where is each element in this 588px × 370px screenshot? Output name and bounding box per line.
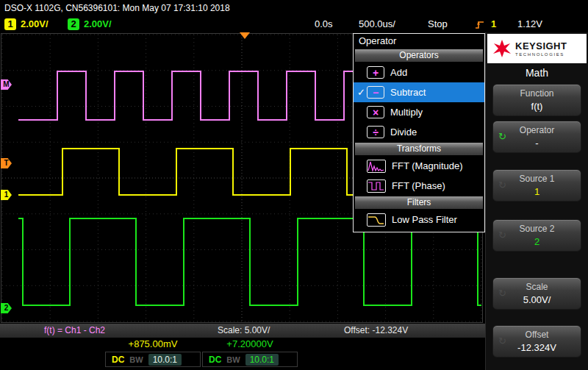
ch1-measurement: +875.00mV bbox=[105, 338, 201, 349]
softkey-operator[interactable]: ↻ Operator - bbox=[492, 121, 581, 153]
time-reference-marker bbox=[240, 32, 250, 39]
ch1-bandwidth: BW bbox=[129, 355, 143, 364]
ch2-measurement: +7.20000V bbox=[202, 338, 298, 349]
checkmark-icon: ✓ bbox=[357, 87, 367, 98]
softkey-offset[interactable]: ↻ Offset -12.324V bbox=[492, 325, 581, 357]
cycle-icon: ↻ bbox=[498, 131, 506, 142]
softkey-value: - bbox=[535, 138, 538, 149]
menu-title: Operator bbox=[354, 34, 484, 49]
menu-item-label: Low Pass Filter bbox=[392, 214, 457, 225]
menu-page-title: Math bbox=[486, 65, 588, 81]
keysight-logo: KEYSIGHT TECHNOLOGIES bbox=[487, 34, 587, 63]
brand-name: KEYSIGHT bbox=[515, 41, 567, 51]
acquisition-state: Stop bbox=[428, 18, 448, 29]
operator-menu: Operator Operators + Add ✓ − Subtract × … bbox=[353, 33, 485, 232]
multiply-icon: × bbox=[367, 106, 384, 118]
ch1-badge[interactable]: 1 bbox=[4, 18, 16, 30]
menu-item-label: Multiply bbox=[390, 107, 423, 118]
subtract-icon: − bbox=[367, 86, 384, 99]
softkey-label: Source 2 bbox=[519, 224, 554, 234]
trigger-edge-icon bbox=[475, 19, 485, 30]
softkey-source2[interactable]: ↻ Source 2 2 bbox=[492, 219, 581, 252]
fft-phase-icon bbox=[367, 179, 386, 193]
ch1-probe-ratio: 10.0:1 bbox=[148, 354, 182, 366]
math-offset-text: Offset: -12.324V bbox=[344, 325, 408, 335]
time-position: 0.0s bbox=[315, 18, 333, 29]
menu-item-label: Divide bbox=[390, 127, 417, 138]
brand-subtitle: TECHNOLOGIES bbox=[515, 52, 567, 57]
softkey-function[interactable]: Function f(t) bbox=[492, 84, 581, 116]
title-bar: DSO-X 1102G, CN56396101: Mon May 07 17:3… bbox=[0, 0, 588, 16]
softkey-sidebar: KEYSIGHT TECHNOLOGIES Math Function f(t)… bbox=[485, 32, 588, 370]
menu-item-fft-phase[interactable]: FFT (Phase) bbox=[354, 176, 484, 196]
softkey-label: Scale bbox=[526, 282, 548, 292]
ch2-bandwidth: BW bbox=[226, 355, 240, 364]
cycle-icon: ↻ bbox=[498, 230, 506, 241]
ch1-scale[interactable]: 2.00V/ bbox=[21, 18, 49, 29]
softkey-label: Source 1 bbox=[519, 174, 554, 184]
ch2-coupling: DC bbox=[209, 355, 221, 365]
menu-item-label: FFT (Phase) bbox=[392, 180, 445, 191]
softkey-value: -12.324V bbox=[517, 342, 556, 353]
softkey-value: 5.00V/ bbox=[523, 294, 551, 305]
fft-magnitude-icon bbox=[367, 160, 386, 173]
softkey-value: f(t) bbox=[531, 101, 543, 112]
menu-item-label: Add bbox=[390, 67, 407, 78]
menu-item-multiply[interactable]: × Multiply bbox=[354, 102, 484, 122]
cycle-icon: ↻ bbox=[498, 288, 506, 299]
menu-item-fft-magnitude[interactable]: FFT (Magnitude) bbox=[354, 156, 484, 176]
trigger-source: 1 bbox=[491, 18, 496, 29]
device-title: DSO-X 1102G, CN56396101: Mon May 07 17:3… bbox=[4, 3, 230, 13]
softkey-label: Offset bbox=[526, 330, 549, 340]
softkey-source1[interactable]: ↻ Source 1 1 bbox=[492, 169, 581, 202]
trigger-level: 1.12V bbox=[517, 18, 542, 29]
menu-item-low-pass-filter[interactable]: Low Pass Filter bbox=[354, 210, 484, 230]
softkey-value: 2 bbox=[534, 236, 539, 247]
low-pass-filter-icon bbox=[367, 213, 386, 227]
status-bar: 1 2.00V/ 2 2.00V/ 0.0s 500.0us/ Stop 1 1… bbox=[0, 16, 588, 32]
oscilloscope-screen: DSO-X 1102G, CN56396101: Mon May 07 17:3… bbox=[0, 0, 588, 370]
math-status-bar: f(t) = Ch1 - Ch2 Scale: 5.00V/ Offset: -… bbox=[0, 324, 485, 338]
cycle-icon: ↻ bbox=[498, 179, 506, 191]
menu-section-filters: Filters bbox=[355, 196, 483, 209]
menu-item-label: FFT (Magnitude) bbox=[392, 160, 463, 171]
menu-item-subtract[interactable]: ✓ − Subtract bbox=[354, 82, 484, 102]
keysight-spark-icon bbox=[492, 39, 512, 58]
softkey-label: Operator bbox=[520, 125, 554, 135]
math-function-text: f(t) = Ch1 - Ch2 bbox=[44, 325, 105, 335]
ch2-scale[interactable]: 2.00V/ bbox=[84, 18, 112, 29]
math-scale-text: Scale: 5.00V/ bbox=[218, 325, 270, 335]
menu-item-add[interactable]: + Add bbox=[354, 63, 484, 82]
softkey-scale[interactable]: ↻ Scale 5.00V/ bbox=[492, 277, 581, 310]
softkey-label: Function bbox=[520, 88, 553, 99]
menu-section-transforms: Transforms bbox=[355, 143, 483, 155]
cycle-icon: ↻ bbox=[498, 335, 506, 346]
ch2-probe-ratio: 10.0:1 bbox=[245, 354, 279, 366]
ch1-coupling-box[interactable]: DC BW 10.0:1 bbox=[105, 352, 201, 367]
add-icon: + bbox=[367, 66, 384, 79]
menu-section-operators: Operators bbox=[355, 49, 483, 62]
ch1-coupling: DC bbox=[112, 355, 124, 365]
channel-info-area: +875.00mV +7.20000V DC BW 10.0:1 DC BW 1… bbox=[0, 338, 485, 370]
softkey-value: 1 bbox=[534, 186, 539, 197]
ch2-coupling-box[interactable]: DC BW 10.0:1 bbox=[202, 352, 298, 367]
divide-icon: ÷ bbox=[367, 126, 384, 138]
timebase[interactable]: 500.0us/ bbox=[359, 18, 395, 29]
menu-item-divide[interactable]: ÷ Divide bbox=[354, 122, 484, 142]
menu-item-label: Subtract bbox=[390, 87, 426, 98]
brand-text: KEYSIGHT TECHNOLOGIES bbox=[515, 41, 567, 57]
ch2-badge[interactable]: 2 bbox=[68, 18, 79, 30]
